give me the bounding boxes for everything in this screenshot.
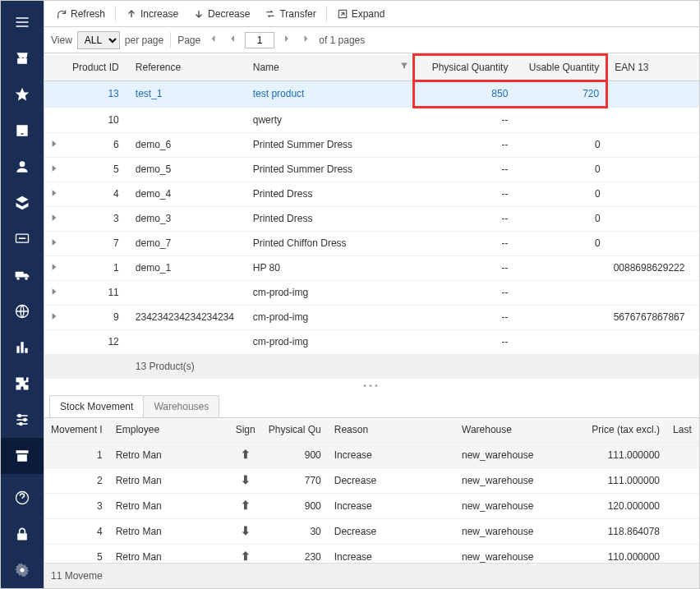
cell-product-id: 4 <box>65 182 129 207</box>
cell-usable-qty <box>514 108 606 133</box>
col-reference[interactable]: Reference <box>129 55 246 81</box>
expand-caret[interactable] <box>51 213 58 224</box>
globe-icon[interactable] <box>1 293 44 329</box>
cell-ean: 5676767867867 <box>607 306 699 330</box>
puzzle-icon[interactable] <box>1 366 44 402</box>
col-ean[interactable]: EAN 13 <box>607 55 699 81</box>
expand-caret[interactable] <box>51 311 58 323</box>
table-row[interactable]: 3demo_3Printed Dress--0 <box>44 207 699 232</box>
archive-icon[interactable] <box>1 438 44 474</box>
cell-price: 118.864078 <box>584 519 666 545</box>
decrease-button[interactable]: Decrease <box>187 5 256 23</box>
table-row[interactable]: 5demo_5Printed Summer Dress--0 <box>44 158 699 182</box>
col-physical-quantity[interactable]: Physical Quantity <box>414 55 515 81</box>
gear-icon[interactable] <box>1 552 44 588</box>
cell-product-id: 12 <box>65 330 129 355</box>
svg-rect-9 <box>17 533 27 540</box>
col-usable-quantity[interactable]: Usable Quantity <box>514 55 606 81</box>
tab-warehouses[interactable]: Warehouses <box>143 395 219 417</box>
table-row[interactable]: 2Retro Man⬇770Decreasenew_warehouse111.0… <box>44 468 699 494</box>
mcol-physical[interactable]: Physical Qu <box>262 418 328 443</box>
table-row[interactable]: 1demo_1HP 80--0088698629222 <box>44 256 699 281</box>
tag-icon[interactable] <box>1 185 44 221</box>
table-row[interactable]: 4demo_4Printed Dress--0 <box>44 182 699 207</box>
cell-reason: Decrease <box>328 468 455 494</box>
lock-icon[interactable] <box>1 516 44 552</box>
cell-sign: ⬆ <box>229 443 262 468</box>
mcol-employee[interactable]: Employee <box>109 418 229 443</box>
col-product-id[interactable]: Product ID <box>65 55 129 81</box>
expand-caret[interactable] <box>51 139 58 150</box>
next-page-icon[interactable] <box>279 34 294 46</box>
refresh-label: Refresh <box>71 8 105 20</box>
cell-reference <box>129 330 246 355</box>
arrow-down-icon: ⬇ <box>241 473 251 486</box>
cell-employee: Retro Man <box>109 545 229 564</box>
increase-button[interactable]: Increase <box>119 5 185 23</box>
resize-handle[interactable]: ••• <box>44 379 699 392</box>
cell-movement-id: 1 <box>44 443 109 468</box>
first-page-icon[interactable] <box>205 34 220 46</box>
cell-product-id: 1 <box>65 256 129 281</box>
table-row[interactable]: 3Retro Man⬆900Increasenew_warehouse120.0… <box>44 494 699 519</box>
mcol-reason[interactable]: Reason <box>328 418 455 443</box>
page-of-label: of 1 pages <box>319 35 365 46</box>
mcol-warehouse[interactable]: Warehouse <box>455 418 584 443</box>
cell-warehouse: new_warehouse <box>455 443 584 468</box>
inbox-icon[interactable] <box>1 113 44 149</box>
cell-usable-qty: 0 <box>514 133 606 158</box>
table-row[interactable]: 6demo_6Printed Summer Dress--0 <box>44 133 699 158</box>
menu-icon[interactable] <box>1 4 44 40</box>
prev-page-icon[interactable] <box>225 34 240 46</box>
per-page-select[interactable]: ALL <box>77 31 120 49</box>
star-icon[interactable] <box>1 76 44 113</box>
refresh-button[interactable]: Refresh <box>49 5 112 23</box>
cell-name: qwerty <box>246 108 414 133</box>
cell-reference: demo_3 <box>129 207 246 232</box>
expand-caret[interactable] <box>51 163 58 175</box>
expand-caret[interactable] <box>51 287 58 298</box>
expand-caret[interactable] <box>51 237 58 249</box>
expand-caret[interactable] <box>51 262 58 274</box>
table-row[interactable]: 7demo_7Printed Chiffon Dress--0 <box>44 232 699 256</box>
mcol-price[interactable]: Price (tax excl.) <box>584 418 666 443</box>
table-row[interactable]: 4Retro Man⬇30Decreasenew_warehouse118.86… <box>44 519 699 545</box>
help-icon[interactable] <box>1 480 44 516</box>
table-row[interactable]: 12cm-prod-img-- <box>44 330 699 355</box>
cell-reference: 234234234234234234 <box>129 306 246 330</box>
table-row[interactable]: 1Retro Man⬆900Increasenew_warehouse111.0… <box>44 443 699 468</box>
arrow-up-icon: ⬆ <box>241 448 251 461</box>
transfer-button[interactable]: Transfer <box>258 5 322 23</box>
per-page-label: per page <box>125 35 163 46</box>
cell-reference: test_1 <box>129 81 246 108</box>
mcol-last[interactable]: Last <box>666 418 699 443</box>
cell-move-qty: 230 <box>262 545 328 564</box>
col-name[interactable]: Name <box>246 55 414 81</box>
tab-stock-movement[interactable]: Stock Movement <box>49 395 144 417</box>
mcol-id[interactable]: Movement I <box>44 418 109 443</box>
last-page-icon[interactable] <box>299 34 314 46</box>
table-row[interactable]: 11cm-prod-img-- <box>44 281 699 306</box>
cell-physical-qty: -- <box>414 133 515 158</box>
truck-icon[interactable] <box>1 257 44 293</box>
decrease-label: Decrease <box>208 8 250 20</box>
table-row[interactable]: 13test_1test product850720 <box>44 81 699 108</box>
chat-icon[interactable] <box>1 221 44 257</box>
shop-icon[interactable] <box>1 40 44 76</box>
chart-icon[interactable] <box>1 329 44 366</box>
table-row[interactable]: 9234234234234234234cm-prod-img--56767678… <box>44 306 699 330</box>
mcol-sign[interactable]: Sign <box>229 418 262 443</box>
cell-movement-id: 5 <box>44 545 109 564</box>
sidebar <box>1 1 44 588</box>
table-row[interactable]: 5Retro Man⬆230Increasenew_warehouse110.0… <box>44 545 699 564</box>
sliders-icon[interactable] <box>1 402 44 438</box>
expand-caret[interactable] <box>51 188 58 200</box>
table-row[interactable]: 10qwerty-- <box>44 108 699 133</box>
cell-physical-qty: -- <box>414 232 515 256</box>
cell-physical-qty: -- <box>414 281 515 306</box>
cell-physical-qty: -- <box>414 108 515 133</box>
person-icon[interactable] <box>1 149 44 185</box>
page-input[interactable] <box>245 32 274 48</box>
filter-icon[interactable] <box>399 61 409 71</box>
expand-button[interactable]: Expand <box>330 5 392 23</box>
